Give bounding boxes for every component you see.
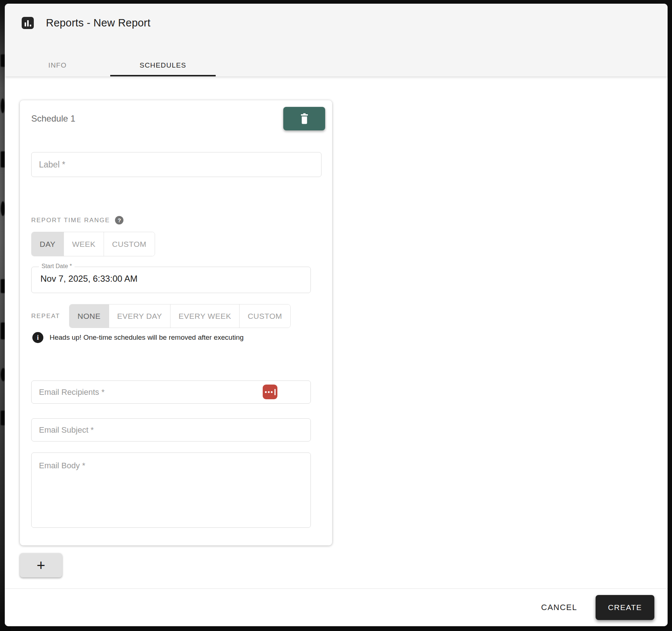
email-body-textarea[interactable] [31,452,311,528]
bar-chart-icon [22,17,34,29]
label-input[interactable] [31,152,321,177]
schedule-title: Schedule 1 [31,107,75,124]
report-time-range-label: REPORT TIME RANGE [31,217,110,224]
report-time-range-toggle-group: DAY WEEK CUSTOM [31,232,155,256]
time-range-option-custom[interactable]: CUSTOM [104,232,155,256]
dialog-header: Reports - New Report INFO SCHEDULES [5,4,668,76]
start-date-label: Start Date * [39,263,75,270]
repeat-option-every-day[interactable]: EVERY DAY [109,304,170,328]
new-report-dialog: Reports - New Report INFO SCHEDULES Sche… [5,4,668,626]
create-button[interactable]: CREATE [596,595,654,620]
help-icon[interactable]: ? [115,216,123,224]
trash-icon [299,113,309,124]
repeat-option-none[interactable]: NONE [69,304,109,328]
time-range-option-day[interactable]: DAY [32,232,64,256]
dialog-title: Reports - New Report [46,17,150,29]
autofill-extension-icon[interactable] [263,385,277,399]
delete-schedule-button[interactable] [283,107,325,130]
repeat-option-every-week[interactable]: EVERY WEEK [170,304,240,328]
dialog-footer: CANCEL CREATE [5,588,668,626]
repeat-option-custom[interactable]: CUSTOM [240,304,290,328]
info-icon: i [32,332,43,343]
cancel-button[interactable]: CANCEL [538,598,580,617]
one-time-schedule-notice: Heads up! One-time schedules will be rem… [50,333,244,342]
add-schedule-button[interactable]: + [20,553,62,577]
schedule-card: Schedule 1 REPORT TIME RANGE ? DAY WEEK … [20,100,332,545]
start-date-field[interactable]: Start Date * Nov 7, 2025, 6:33:00 AM [31,267,311,293]
tab-info[interactable]: INFO [5,54,110,76]
backdrop-icon [1,98,5,113]
time-range-option-week[interactable]: WEEK [64,232,104,256]
repeat-label: REPEAT [31,313,69,320]
repeat-toggle-group: NONE EVERY DAY EVERY WEEK CUSTOM [69,304,291,328]
tab-bar: INFO SCHEDULES [5,54,216,76]
email-subject-input[interactable] [31,418,311,441]
dialog-body: Schedule 1 REPORT TIME RANGE ? DAY WEEK … [5,76,668,588]
tab-schedules[interactable]: SCHEDULES [110,54,216,76]
